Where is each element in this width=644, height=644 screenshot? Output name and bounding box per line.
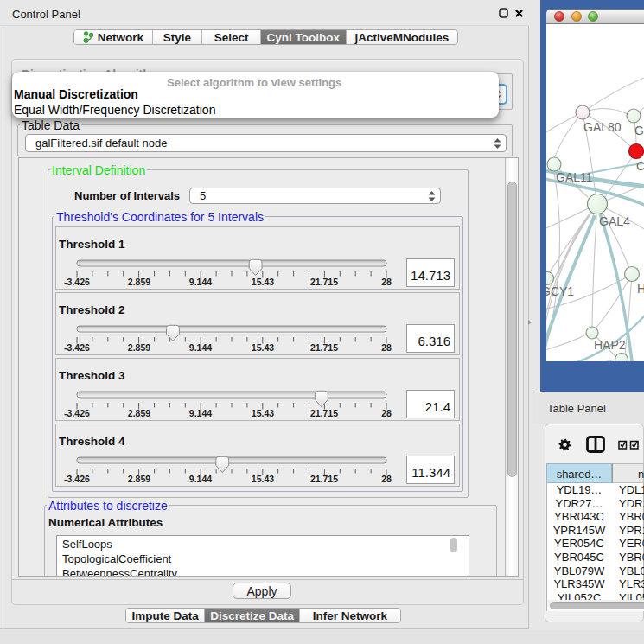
svg-text:HAP2: HAP2 (594, 338, 626, 352)
svg-text:GCY1: GCY1 (546, 284, 574, 298)
svg-text:GA: GA (634, 124, 644, 137)
svg-text:H: H (637, 282, 644, 296)
svg-text:GAL80: GAL80 (583, 120, 622, 134)
svg-text:C: C (636, 159, 644, 173)
svg-text:GAL11: GAL11 (556, 170, 593, 184)
svg-text:GAL4: GAL4 (599, 214, 630, 228)
